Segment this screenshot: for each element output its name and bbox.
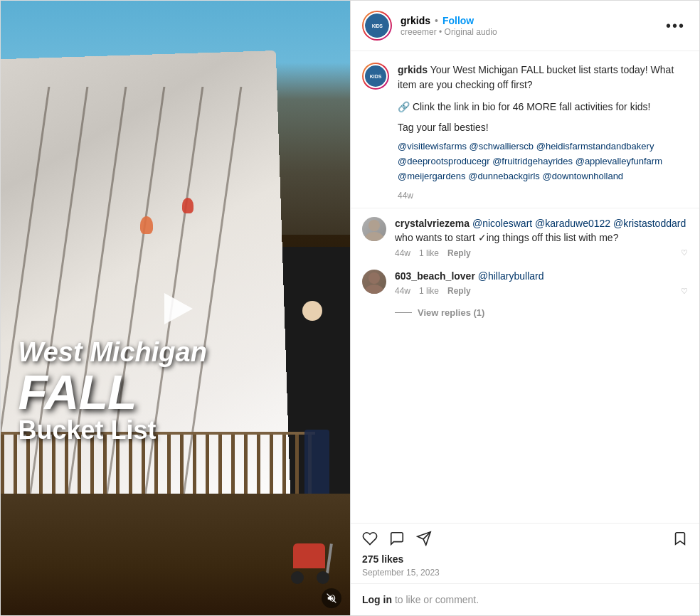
play-triangle-icon <box>164 293 193 324</box>
avatar[interactable]: KIDS <box>362 11 392 41</box>
play-button[interactable] <box>151 284 201 334</box>
comment-reply-button-1[interactable]: Reply <box>447 248 471 258</box>
comments-area: crystalvriezema @nicoleswart @karaduwe01… <box>351 208 699 523</box>
action-icons-row <box>362 531 688 549</box>
save-icon <box>672 531 688 546</box>
text-overlay: West Michigan FALL Bucket List <box>18 338 333 444</box>
comment-likes-2: 1 like <box>419 286 439 296</box>
action-bar: 275 likes September 15, 2023 <box>351 523 699 583</box>
avatar-inner: KIDS <box>364 12 391 39</box>
overlay-line1: West Michigan <box>18 338 333 368</box>
overlay-line2: FALL <box>18 368 333 416</box>
caption-avatar[interactable]: KIDS <box>362 63 389 90</box>
follow-button[interactable]: Follow <box>442 15 474 26</box>
comment-reply-button-2[interactable]: Reply <box>447 286 471 296</box>
comment-item-2: 603_beach_lover @hillarybullard 44w 1 li… <box>362 270 688 297</box>
caption-row: KIDS grkids Your West Michigan FALL buck… <box>362 63 688 202</box>
login-text: to like or comment. <box>392 594 479 605</box>
info-panel: KIDS grkids • Follow creeemer • Original… <box>350 1 699 615</box>
heart-icon <box>362 531 378 546</box>
comment-button[interactable] <box>389 531 405 549</box>
comment-body-1: crystalvriezema @nicoleswart @karaduwe01… <box>395 217 688 257</box>
caption-mentions: @visitlewisfarms @schwallierscb @heidisf… <box>398 139 688 184</box>
comment-time-2: 44w <box>395 286 410 296</box>
overlay-line3: Bucket List <box>18 416 333 445</box>
comment-mention-2[interactable]: @hillarybullard <box>478 270 544 282</box>
comment-icon <box>389 531 405 546</box>
comment-item: crystalvriezema @nicoleswart @karaduwe01… <box>362 217 688 257</box>
mention-line2[interactable]: @deeprootsproducegr @fruitridgehayrides … <box>398 154 688 169</box>
mute-icon <box>327 593 336 603</box>
caption-text: Your West Michigan FALL bucket list star… <box>398 64 674 90</box>
header-info: grkids • Follow creeemer • Original audi… <box>401 15 663 37</box>
post-header: KIDS grkids • Follow creeemer • Original… <box>351 1 699 51</box>
comment-time-1: 44w <box>395 248 410 258</box>
avatar-logo: KIDS <box>365 14 389 38</box>
like-button[interactable] <box>362 531 378 549</box>
comment-text-1: crystalvriezema @nicoleswart @karaduwe01… <box>395 217 688 245</box>
post-date: September 15, 2023 <box>362 568 688 578</box>
comment-heart-icon-2[interactable]: ♡ <box>681 287 688 296</box>
comment-meta-2: 44w 1 like Reply ♡ <box>395 286 688 296</box>
comment-avatar-1[interactable] <box>362 217 386 241</box>
svg-point-4 <box>365 285 383 294</box>
dot-separator: • <box>435 15 438 26</box>
comment-text-2: 603_beach_lover @hillarybullard <box>395 270 688 284</box>
comment-avatar-2[interactable] <box>362 270 386 294</box>
mention-line1[interactable]: @visitlewisfarms @schwallierscb @heidisf… <box>398 139 688 154</box>
comment-username-2[interactable]: 603_beach_lover <box>395 270 478 282</box>
svg-point-2 <box>365 232 383 241</box>
share-button[interactable] <box>416 531 432 549</box>
avatar-icon-1 <box>362 217 386 241</box>
save-button[interactable] <box>672 531 688 549</box>
login-link[interactable]: Log in <box>362 594 392 605</box>
comment-content-1: who wants to start ✓ing things off this … <box>395 232 618 243</box>
comment-meta-1: 44w 1 like Reply ♡ <box>395 248 688 258</box>
view-replies-button[interactable]: View replies (1) <box>395 307 688 318</box>
login-bar: Log in to like or comment. <box>351 583 699 615</box>
likes-count: 275 likes <box>362 553 688 565</box>
caption-area: KIDS grkids Your West Michigan FALL buck… <box>351 51 699 208</box>
caption-username[interactable]: grkids <box>398 64 428 75</box>
header-sub-text: creeemer • Original audio <box>401 27 663 37</box>
comment-likes-1: 1 like <box>419 248 439 258</box>
caption-content: grkids Your West Michigan FALL bucket li… <box>398 63 688 202</box>
header-top: grkids • Follow <box>401 15 663 26</box>
view-replies-text[interactable]: View replies (1) <box>418 307 484 318</box>
svg-point-3 <box>368 272 380 284</box>
caption-tag-text: Tag your fall besties! <box>398 122 489 133</box>
mention-line3[interactable]: @meijergardens @dunnebackgirls @downtown… <box>398 169 688 184</box>
view-replies-line <box>395 312 412 313</box>
video-panel: West Michigan FALL Bucket List <box>1 1 350 616</box>
caption-link-text: 🔗 Clink the link in bio for 46 MORE fall… <box>398 101 650 112</box>
comment-username-1[interactable]: crystalvriezema <box>395 218 472 229</box>
more-options-button[interactable]: ••• <box>663 18 688 34</box>
avatar-icon-2 <box>362 270 386 294</box>
svg-point-1 <box>368 220 380 231</box>
mute-button[interactable] <box>322 588 341 608</box>
comment-heart-icon-1[interactable]: ♡ <box>681 248 688 257</box>
comment-body-2: 603_beach_lover @hillarybullard 44w 1 li… <box>395 270 688 297</box>
header-username[interactable]: grkids <box>401 15 430 26</box>
caption-time: 44w <box>398 189 688 202</box>
comment-mention-1[interactable]: @nicoleswart @karaduwe0122 @kristastodda… <box>472 218 686 229</box>
share-icon <box>416 531 432 546</box>
